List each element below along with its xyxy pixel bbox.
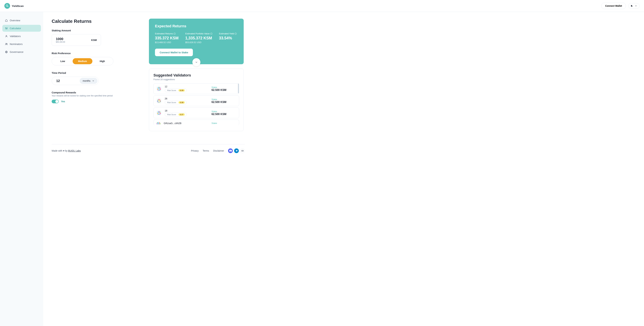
risk-score: 0.37 [178, 113, 185, 116]
sidebar-item-overview[interactable]: Overview [2, 17, 41, 24]
chevron-down-icon [92, 80, 94, 82]
validator-name: GRzsaG...ciiN2B [164, 122, 209, 124]
privacy-link[interactable]: Privacy [191, 150, 199, 152]
sidebar-item-calculator[interactable]: Calculator [2, 25, 41, 32]
stake-amount: 62.500 KSM [212, 88, 226, 92]
validator-name: 12 [165, 85, 209, 88]
connect-wallet-to-stake-button[interactable]: Connect Wallet to Stake [155, 49, 193, 56]
sidebar-item-nominators[interactable]: Nominators [2, 40, 41, 48]
svg-point-21 [159, 90, 160, 90]
risk-segment: Low Medium High [52, 57, 113, 66]
home-icon [5, 19, 8, 22]
disclaimer-link[interactable]: Disclaimer [213, 150, 224, 152]
stake-label: Stake [212, 110, 217, 113]
svg-point-41 [157, 124, 157, 124]
connect-wallet-button[interactable]: Connect Wallet [601, 3, 626, 9]
validator-row[interactable]: 12 Risk Score 0.39 Stake 62.500 KSM [154, 83, 239, 94]
risk-option-high[interactable]: High [92, 58, 112, 64]
validator-name: 18 [165, 109, 209, 112]
svg-point-22 [159, 99, 160, 100]
discord-icon[interactable] [228, 148, 233, 153]
svg-point-9 [6, 43, 6, 44]
svg-line-1 [8, 6, 8, 7]
compound-toggle[interactable] [52, 100, 59, 103]
compound-sublabel: Your rewards will be locked for staking … [52, 94, 139, 97]
estimated-portfolio-label: Estimated Portfolio Value i [185, 32, 212, 35]
time-unit-selector[interactable]: months [80, 78, 98, 84]
page-title: Calculate Returns [52, 18, 139, 24]
author-link[interactable]: BUIDL Labs [68, 150, 81, 152]
info-icon[interactable]: i [210, 33, 212, 35]
app-name: YieldScan [12, 4, 24, 8]
time-period-input[interactable]: 12 months [52, 77, 98, 85]
network-selector[interactable] [628, 3, 640, 8]
time-label: Time Period [52, 72, 139, 74]
stake-label: Stake [212, 86, 217, 88]
mail-icon[interactable] [240, 148, 245, 153]
risk-score: 0.38 [178, 101, 185, 104]
risk-label: Risk Preference [52, 52, 139, 55]
logo[interactable]: YieldScan [4, 3, 24, 9]
validator-row[interactable]: 18 Risk Score 0.37 Stake 62.500 KSM [154, 108, 239, 118]
stake-amount: 62.500 KSM [212, 100, 226, 104]
expected-returns-card: Expected Returns Estimated Returns i 335… [149, 18, 244, 64]
svg-point-31 [158, 112, 158, 112]
stake-amount: 62.500 KSM [212, 113, 226, 116]
svg-point-15 [158, 88, 158, 88]
risk-option-medium[interactable]: Medium [72, 58, 92, 64]
svg-point-17 [157, 89, 158, 90]
suggested-validators-subtitle: Found 16 suggestions [154, 78, 239, 81]
info-icon[interactable]: i [174, 33, 176, 35]
svg-point-37 [159, 114, 160, 115]
scrollbar[interactable] [238, 84, 239, 93]
telegram-icon[interactable] [234, 148, 239, 153]
validator-avatar [156, 122, 161, 125]
stake-label: Stake [212, 98, 217, 100]
validator-row[interactable]: GRzsaG...ciiN2B Stake [154, 120, 239, 125]
svg-point-25 [157, 101, 158, 102]
sidebar-item-governance[interactable]: Governance [2, 48, 41, 55]
sidebar-item-label: Calculator [10, 27, 21, 30]
svg-point-6 [6, 28, 7, 29]
sidebar: Overview Calculator Validators Nominator… [0, 12, 43, 326]
svg-point-36 [158, 114, 159, 115]
validator-row[interactable]: 26 Risk Score 0.38 Stake 62.500 KSM [154, 96, 239, 106]
sliders-icon [5, 27, 8, 30]
svg-point-19 [160, 89, 161, 90]
svg-point-23 [158, 100, 158, 100]
svg-point-35 [160, 113, 161, 114]
cursor-icon [631, 5, 633, 7]
svg-point-42 [158, 124, 158, 124]
estimated-portfolio-usd: $53,628.52 USD [185, 41, 212, 44]
amount-value: 1000 [56, 37, 65, 41]
svg-point-20 [158, 90, 159, 90]
sidebar-item-label: Nominators [10, 42, 23, 46]
terms-link[interactable]: Terms [203, 150, 209, 152]
user-icon [5, 35, 8, 38]
amount-ticker: KSM [91, 38, 97, 42]
validator-avatar [156, 86, 162, 92]
svg-point-44 [160, 124, 161, 124]
amount-usd: $40,160.00 [56, 41, 65, 43]
compound-label: Compound Rewards [52, 91, 139, 94]
footer-credits: Made with ♥ by BUIDL Labs [52, 150, 81, 152]
validator-avatar [156, 110, 162, 116]
info-icon[interactable]: i [234, 33, 237, 35]
staking-amount-input[interactable]: 1000 $40,160.00 KSM [52, 34, 101, 46]
logo-icon [4, 3, 10, 9]
heart-icon: ♥ [63, 150, 64, 152]
expand-button[interactable] [192, 58, 200, 66]
stake-label: Stake [212, 122, 217, 124]
risk-option-low[interactable]: Low [53, 58, 72, 64]
estimated-returns-value: 335.372 KSM [155, 36, 178, 40]
svg-point-28 [158, 102, 159, 103]
svg-point-33 [157, 113, 158, 114]
users-icon [5, 43, 8, 46]
svg-point-34 [159, 112, 160, 113]
svg-point-43 [159, 124, 160, 124]
sidebar-item-validators[interactable]: Validators [2, 33, 41, 40]
time-value: 12 [56, 79, 80, 83]
sidebar-item-label: Overview [10, 19, 20, 22]
chevron-down-icon [635, 5, 637, 7]
time-unit-label: months [83, 80, 90, 82]
